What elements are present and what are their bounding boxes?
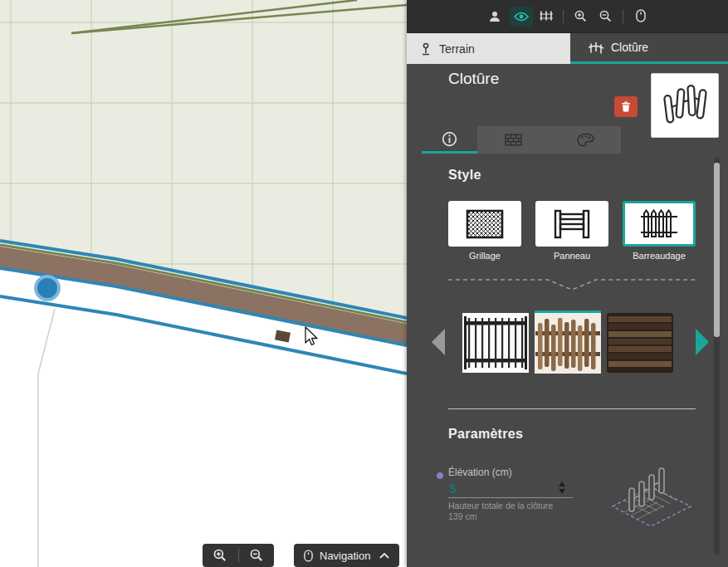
style-option-panneau[interactable] xyxy=(535,201,608,247)
elevation-value[interactable]: 5 xyxy=(450,482,457,496)
style-option-barreaudage[interactable] xyxy=(623,201,696,247)
pointer-mode-button[interactable] xyxy=(636,9,646,22)
fence-preview-thumbnail[interactable] xyxy=(651,73,719,138)
palette-icon xyxy=(577,133,594,147)
fence-elevation-illustration xyxy=(604,453,697,531)
right-panel: Terrain Clotûre Clotûre Style xyxy=(407,0,728,567)
style-option-grillage[interactable] xyxy=(448,201,521,247)
subtab-info[interactable] xyxy=(422,126,477,154)
panel-tab-bar: Terrain Clotûre xyxy=(407,33,728,64)
elevation-help-value: 139 cm xyxy=(448,511,476,521)
section-divider xyxy=(448,408,696,409)
map-zoom-out-button[interactable] xyxy=(239,544,275,567)
user-profile-button[interactable] xyxy=(488,10,501,23)
selected-node-handle[interactable] xyxy=(36,276,59,300)
terrain-viewport[interactable]: Navigation xyxy=(0,0,407,567)
barreaudage-icon xyxy=(639,208,679,240)
stepper-up-icon[interactable] xyxy=(559,481,565,486)
delete-fence-button[interactable] xyxy=(614,96,638,117)
stepper-down-icon[interactable] xyxy=(559,489,565,494)
zoom-in-icon xyxy=(574,10,587,22)
subtab-colors[interactable] xyxy=(550,126,621,154)
fence-preview-icon xyxy=(656,78,714,133)
tab-cloture[interactable]: Clotûre xyxy=(570,33,728,64)
view-mode-button[interactable] xyxy=(510,7,533,27)
elevation-stepper[interactable] xyxy=(559,481,565,494)
terrain-icon xyxy=(420,42,432,56)
fence-icon xyxy=(540,10,553,22)
elevation-label: Élévation (cm) xyxy=(448,467,512,478)
divider xyxy=(623,10,623,23)
fence-model-thumb-2-selected[interactable] xyxy=(535,310,601,374)
bricks-icon xyxy=(505,134,522,146)
chevron-up-icon xyxy=(379,553,389,559)
zoom-in-icon xyxy=(213,549,227,562)
wood-picket-thumb xyxy=(535,313,601,374)
eye-icon xyxy=(514,12,529,22)
mouse-icon xyxy=(636,9,646,22)
panel-scrollbar[interactable] xyxy=(714,158,720,555)
terrain-canvas[interactable] xyxy=(0,0,407,567)
chevron-left-icon xyxy=(430,327,447,357)
info-icon xyxy=(442,131,457,147)
panel-zoom-out-button[interactable] xyxy=(599,10,612,22)
style-option-label: Panneau xyxy=(535,251,608,261)
fence-model-thumb-1[interactable] xyxy=(462,313,529,373)
tab-terrain-label: Terrain xyxy=(439,42,475,56)
expander-divider[interactable] xyxy=(448,274,696,294)
style-option-label: Grillage xyxy=(448,251,521,261)
fence-tool-button[interactable] xyxy=(540,10,553,22)
elevation-bullet-icon xyxy=(437,472,443,479)
tab-terrain[interactable]: Terrain xyxy=(407,33,570,64)
scrollbar-thumb[interactable] xyxy=(714,163,720,337)
navigation-mode-button[interactable]: Navigation xyxy=(294,544,399,567)
elevation-help-text: Hauteur totale de la clôture xyxy=(448,501,553,511)
zoom-out-icon xyxy=(250,549,263,562)
style-section-heading: Style xyxy=(448,168,481,183)
map-zoom-controls xyxy=(203,544,274,567)
mouse-icon xyxy=(304,550,313,562)
panel-zoom-in-button[interactable] xyxy=(574,10,587,22)
chevron-right-icon xyxy=(694,327,711,357)
navigation-label: Navigation xyxy=(320,550,370,562)
metal-railing-thumb xyxy=(462,313,529,373)
trash-icon xyxy=(621,101,631,112)
carousel-next-button[interactable] xyxy=(694,327,711,359)
panneau-icon xyxy=(552,208,592,240)
page-title: Clotûre xyxy=(448,70,499,88)
wood-slat-panel-thumb xyxy=(607,313,673,373)
parametres-section-heading: Paramètres xyxy=(448,427,523,442)
user-icon xyxy=(488,10,501,23)
divider xyxy=(563,10,564,23)
zoom-out-icon xyxy=(599,10,612,22)
style-option-label: Barreaudage xyxy=(623,251,696,261)
map-zoom-in-button[interactable] xyxy=(203,544,238,567)
elevation-input[interactable] xyxy=(448,482,573,498)
panel-toolbar xyxy=(407,0,728,33)
tab-cloture-label: Clotûre xyxy=(611,41,648,54)
subtab-materials[interactable] xyxy=(477,126,550,154)
fence-model-thumb-3[interactable] xyxy=(607,313,673,373)
carousel-prev-button[interactable] xyxy=(430,327,447,359)
grillage-icon xyxy=(465,208,505,240)
fence-icon xyxy=(589,42,603,54)
